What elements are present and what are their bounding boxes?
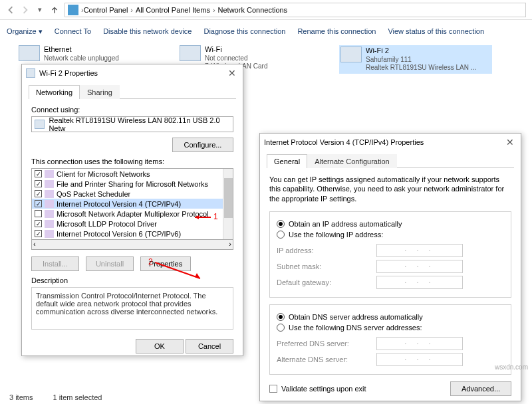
tab-sharing[interactable]: Sharing [80,85,120,99]
dlg2-title: Internet Protocol Version 4 (TCP/IPv4) P… [264,138,424,146]
nav-up[interactable] [47,3,62,17]
cmd-connect[interactable]: Connect To [55,27,91,35]
cmd-diagnose[interactable]: Diagnose this connection [203,27,285,35]
radio-auto-ip[interactable] [277,220,285,228]
status-bar: 3 items 1 item selected [9,393,102,401]
mask-input: . . . [376,260,463,273]
annotation-1: 1 [213,212,218,221]
description-box: Transmission Control Protocol/Internet P… [31,287,233,330]
dlg1-title: Wi-Fi 2 Properties [39,69,98,77]
install-button[interactable]: Install... [31,256,79,271]
organize-menu[interactable]: Organize ▾ [7,27,43,36]
configure-button[interactable]: Configure... [172,138,233,152]
advanced-button[interactable]: Advanced... [450,381,511,396]
net-wifi2[interactable]: Wi-Fi 2 Sahufamily 111 Realtek RTL8191SU… [339,45,492,74]
wifi-icon [180,45,201,61]
wifi2-icon [340,47,362,62]
validate-checkbox[interactable] [269,385,277,393]
nav-fwd[interactable] [18,3,33,17]
description-label: Description [31,276,233,284]
cmd-view[interactable]: View status of this connection [388,27,484,35]
adapter-field[interactable]: Realtek RTL8191SU Wireless LAN 802.11n U… [31,116,233,132]
gw-input: . . . [376,276,463,289]
location-icon [68,5,78,15]
crumb-a[interactable]: Control Panel [84,6,128,14]
watermark: wsxdn.com [495,363,528,371]
command-bar: Organize ▾ Connect To Disable this netwo… [0,20,532,43]
protocol-listbox[interactable]: ✓Client for Microsoft Networks ✓File and… [31,168,233,240]
dns2-input: . . . [376,353,463,366]
connect-using-label: Connect using: [31,106,233,114]
close-icon[interactable]: ✕ [225,68,239,78]
cmd-disable[interactable]: Disable this network device [103,27,192,35]
items-label: This connection uses the following items… [31,157,233,165]
nav-back[interactable] [3,3,18,17]
uninstall-button[interactable]: Uninstall [86,256,134,271]
ip-input: . . . [376,244,463,257]
breadcrumb[interactable]: › Control Panel › All Control Panel Item… [65,3,526,17]
wifi2-properties-dialog: Wi-Fi 2 Properties ✕ Networking Sharing … [21,64,243,356]
ipv4-properties-dialog: Internet Protocol Version 4 (TCP/IPv4) P… [259,133,521,401]
ok-button[interactable]: OK [136,339,184,354]
checkbox-icon[interactable]: ✓ [35,170,42,177]
radio-auto-dns[interactable] [277,313,285,321]
list-scrollbar[interactable] [223,169,233,239]
network-icon [26,68,35,78]
tab-general[interactable]: General [267,154,307,168]
dns1-input: . . . [376,337,463,350]
close-icon[interactable]: ✕ [503,137,517,148]
radio-manual-dns[interactable] [277,324,285,332]
net-ethernet[interactable]: Ethernet Network cable unplugged [19,45,172,62]
nav-recent[interactable]: ▾ [33,3,47,17]
tab-networking[interactable]: Networking [29,85,80,99]
crumb-b[interactable]: All Control Panel Items [136,6,210,14]
ipv4-blurb: You can get IP settings assigned automat… [269,175,511,203]
tab-altconfig[interactable]: Alternate Configuration [307,154,397,168]
ipv4-row[interactable]: ✓Internet Protocol Version 4 (TCP/IPv4) [32,199,233,209]
annotation-2: 2 [148,257,153,266]
adapter-icon [35,120,45,129]
cancel-button[interactable]: Cancel [186,339,233,354]
list-hscroll[interactable]: ‹› [31,240,233,250]
crumb-c[interactable]: Network Connections [218,6,288,14]
cmd-rename[interactable]: Rename this connection [297,27,376,35]
radio-manual-ip[interactable] [277,231,285,239]
ethernet-icon [19,45,40,61]
